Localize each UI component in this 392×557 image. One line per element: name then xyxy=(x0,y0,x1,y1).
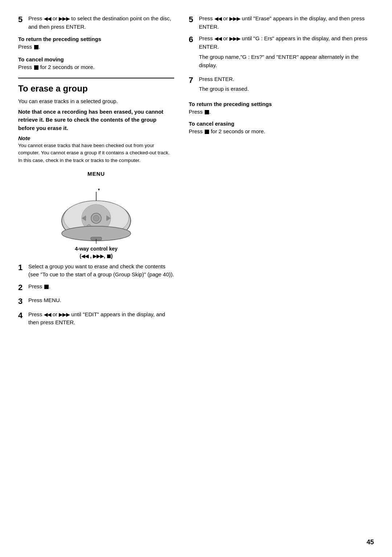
svg-text:▼: ▼ xyxy=(97,188,101,191)
bold-warning: Note that once a recording has been eras… xyxy=(18,108,174,133)
device-illustration: MENU xyxy=(18,171,174,259)
step-5-number: 5 xyxy=(18,15,26,25)
stop-icon-left-return xyxy=(34,45,38,49)
page-number: 45 xyxy=(367,538,374,546)
to-cancel-text-right: Press for 2 seconds or more. xyxy=(189,127,374,136)
stop-icon-right-cancel xyxy=(205,130,209,134)
step-1-num: 1 xyxy=(18,263,26,273)
page: 5 Press ◀◀ or ▶▶▶ to select the destinat… xyxy=(0,0,392,557)
stop-icon-left-cancel xyxy=(34,65,38,70)
device-svg: ▼ xyxy=(56,179,136,244)
step-3-num: 3 xyxy=(18,296,26,307)
to-cancel-heading-left: To cancel moving xyxy=(18,56,174,62)
to-cancel-text-left: Press for 2 seconds or more. xyxy=(18,63,174,72)
step-7-right: 7 Press ENTER. The group is erased. xyxy=(189,75,374,95)
step-7-right-text: Press ENTER. xyxy=(199,76,234,82)
step-1-text: Select a group you want to erase and che… xyxy=(28,263,174,279)
stop-icon-diagram xyxy=(107,255,111,258)
step-4-text: Press ◀◀ or ▶▶▶ until "EDIT" appears in … xyxy=(28,310,174,327)
to-return-heading-right: To return the preceding settings xyxy=(189,101,374,107)
right-column: 5 Press ◀◀ or ▶▶▶ until "Erase" appears … xyxy=(189,15,374,330)
to-return-text-right: Press . xyxy=(189,108,374,116)
step-6-right: 6 Press ◀◀ or ▶▶▶ until "G : Ers" appear… xyxy=(189,34,374,72)
step-3: 3 Press MENU. xyxy=(18,296,174,307)
stop-icon-s2 xyxy=(44,285,49,289)
note-text: You cannot erase tracks that have been c… xyxy=(18,142,174,164)
step-6-note: The group name,"G : Ers?" and "ENTER" ap… xyxy=(199,53,374,69)
left-column: 5 Press ◀◀ or ▶▶▶ to select the destinat… xyxy=(18,15,174,330)
step-5-right-num: 5 xyxy=(189,15,197,25)
step-5-text: Press ◀◀ or ▶▶▶ to select the destinatio… xyxy=(28,15,174,31)
section-title: To erase a group xyxy=(18,84,174,94)
step-6-right-num: 6 xyxy=(189,34,197,45)
step-3-text: Press MENU. xyxy=(28,296,61,305)
menu-label: MENU xyxy=(87,171,105,177)
step-5-left: 5 Press ◀◀ or ▶▶▶ to select the destinat… xyxy=(18,15,174,31)
step-4-num: 4 xyxy=(18,310,26,321)
step-7-right-num: 7 xyxy=(189,75,197,86)
to-return-heading-left: To return the preceding settings xyxy=(18,36,174,42)
to-return-text-left: Press . xyxy=(18,43,174,51)
svg-point-4 xyxy=(93,215,99,221)
control-key-label: 4-way control key xyxy=(75,246,118,252)
step-5-right: 5 Press ◀◀ or ▶▶▶ until "Erase" appears … xyxy=(189,15,374,31)
section-divider xyxy=(18,78,174,78)
stop-icon-right-return xyxy=(205,110,209,114)
step-2-num: 2 xyxy=(18,282,26,293)
note-label: Note xyxy=(18,135,174,141)
control-key-icons: (◀◀ , ▶▶▶, ) xyxy=(80,253,113,259)
step-2: 2 Press . xyxy=(18,282,174,293)
step-5-right-text: Press ◀◀ or ▶▶▶ until "Erase" appears in… xyxy=(199,15,374,31)
bottom-steps: 1 Select a group you want to erase and c… xyxy=(18,263,174,327)
to-cancel-heading-right: To cancel erasing xyxy=(189,121,374,127)
step-1: 1 Select a group you want to erase and c… xyxy=(18,263,174,279)
step-2-text: Press . xyxy=(28,282,50,291)
main-content: 5 Press ◀◀ or ▶▶▶ to select the destinat… xyxy=(18,15,374,330)
intro-text: You can erase tracks in a selected group… xyxy=(18,97,174,106)
step-6-right-text: Press ◀◀ or ▶▶▶ until "G : Ers" appears … xyxy=(199,35,367,50)
step-7-sub: The group is erased. xyxy=(199,85,249,93)
step-4: 4 Press ◀◀ or ▶▶▶ until "EDIT" appears i… xyxy=(18,310,174,327)
